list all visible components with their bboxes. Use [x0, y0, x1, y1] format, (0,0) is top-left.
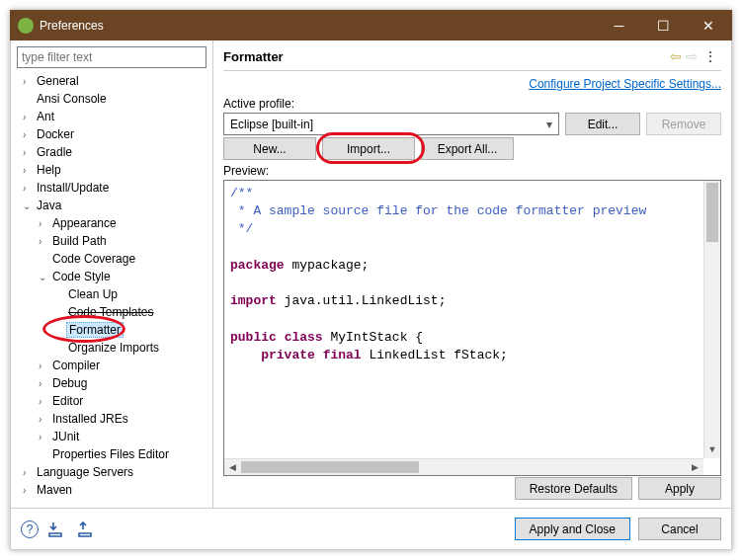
chevron-right-icon[interactable]: ›	[23, 485, 35, 496]
tree-item-label: Properties Files Editor	[50, 447, 171, 461]
tree-item-language-servers[interactable]: ›Language Servers	[19, 463, 206, 481]
code-kw: private	[261, 348, 315, 362]
code-kw: final	[323, 348, 362, 362]
content-pane: Formatter ⇦ ⇨ ⋮ Configure Project Specif…	[213, 40, 731, 508]
chevron-right-icon[interactable]: ›	[39, 218, 50, 229]
export-all-button[interactable]: Export All...	[421, 137, 514, 160]
tree-item-label: Appearance	[50, 216, 119, 230]
tree-item-debug[interactable]: ›Debug	[19, 374, 206, 392]
code-line: /**	[230, 186, 253, 200]
tree-item-label: Install/Update	[35, 181, 111, 195]
preview-pane[interactable]: /** * A sample source file for the code …	[223, 180, 721, 476]
import-prefs-icon[interactable]	[46, 519, 68, 540]
import-button[interactable]: Import...	[322, 137, 415, 160]
chevron-right-icon[interactable]: ›	[23, 183, 35, 194]
tree-item-code-templates[interactable]: Code Templates	[19, 303, 206, 321]
preference-tree[interactable]: ›GeneralAnsi Console›Ant›Docker›Gradle›H…	[17, 72, 206, 502]
code-text: mypackage;	[285, 258, 370, 273]
preferences-window: Preferences ─ ☐ ✕ ›GeneralAnsi Console›A…	[10, 10, 732, 550]
tree-item-gradle[interactable]: ›Gradle	[19, 143, 206, 161]
tree-item-junit[interactable]: ›JUnit	[19, 428, 206, 445]
code-kw: import	[230, 293, 277, 308]
configure-project-link[interactable]: Configure Project Specific Settings...	[529, 77, 721, 91]
profile-row: Eclipse [built-in] Edit... Remove	[223, 113, 721, 135]
maximize-button[interactable]: ☐	[641, 10, 686, 40]
chevron-right-icon[interactable]: ›	[23, 467, 35, 478]
content-header: Formatter ⇦ ⇨ ⋮	[223, 48, 721, 71]
tree-item-label: Editor	[50, 394, 85, 408]
export-prefs-icon[interactable]	[76, 519, 98, 540]
chevron-right-icon[interactable]: ›	[23, 112, 35, 122]
edit-button[interactable]: Edit...	[565, 113, 640, 135]
tree-item-general[interactable]: ›General	[19, 72, 206, 90]
close-button[interactable]: ✕	[686, 10, 730, 40]
hscroll-thumb[interactable]	[241, 461, 419, 473]
chevron-right-icon[interactable]: ›	[39, 360, 50, 371]
tree-item-code-coverage[interactable]: Code Coverage	[19, 250, 206, 268]
scroll-left-icon[interactable]: ◀	[224, 459, 241, 475]
tree-item-ant[interactable]: ›Ant	[19, 108, 206, 125]
filter-input[interactable]	[17, 46, 206, 68]
tree-item-label: Build Path	[50, 234, 109, 248]
tree-item-label: Formatter	[66, 322, 124, 338]
tree-item-label: Ansi Console	[35, 92, 109, 106]
new-button[interactable]: New...	[223, 137, 316, 160]
tree-item-label: Code Templates	[66, 305, 156, 319]
tree-item-code-style[interactable]: ⌄Code Style	[19, 268, 206, 285]
dialog-footer: ? Apply and Close Cancel	[11, 508, 731, 549]
chevron-right-icon[interactable]: ›	[39, 396, 50, 407]
chevron-right-icon[interactable]: ›	[39, 414, 50, 425]
tree-item-installed-jres[interactable]: ›Installed JREs	[19, 410, 206, 428]
tree-item-java[interactable]: ⌄Java	[19, 197, 206, 214]
code-text: java.util.LinkedList;	[277, 293, 447, 308]
tree-item-label: Ant	[35, 110, 56, 123]
scroll-down-icon[interactable]: ▼	[704, 441, 720, 458]
active-profile-select[interactable]: Eclipse [built-in]	[223, 113, 559, 135]
chevron-right-icon[interactable]: ›	[23, 76, 35, 87]
tree-item-clean-up[interactable]: Clean Up	[19, 285, 206, 303]
tree-item-label: Language Servers	[35, 465, 135, 479]
dialog-body: ›GeneralAnsi Console›Ant›Docker›Gradle›H…	[10, 40, 732, 550]
tree-item-docker[interactable]: ›Docker	[19, 125, 206, 143]
tree-item-appearance[interactable]: ›Appearance	[19, 214, 206, 232]
apply-button[interactable]: Apply	[638, 477, 721, 500]
code-text: LinkedList fStack;	[362, 348, 508, 362]
chevron-right-icon[interactable]: ›	[23, 165, 35, 176]
tree-item-label: Code Style	[50, 270, 113, 283]
tree-item-install-update[interactable]: ›Install/Update	[19, 179, 206, 197]
tree-item-ansi-console[interactable]: Ansi Console	[19, 90, 206, 108]
help-icon[interactable]: ?	[21, 520, 39, 538]
tree-item-organize-imports[interactable]: Organize Imports	[19, 339, 206, 357]
chevron-right-icon[interactable]: ›	[39, 432, 50, 442]
active-profile-label: Active profile:	[223, 97, 721, 111]
chevron-right-icon[interactable]: ›	[23, 129, 35, 140]
nav-back-icon[interactable]: ⇦	[668, 48, 684, 64]
tree-item-build-path[interactable]: ›Build Path	[19, 232, 206, 250]
config-link-row: Configure Project Specific Settings...	[223, 77, 721, 91]
apply-and-close-button[interactable]: Apply and Close	[515, 518, 630, 540]
page-menu-icon[interactable]: ⋮	[700, 48, 721, 64]
active-profile-value: Eclipse [built-in]	[230, 118, 313, 131]
restore-defaults-button[interactable]: Restore Defaults	[515, 477, 632, 500]
preview-hscrollbar[interactable]: ◀ ▶	[224, 458, 703, 475]
tree-item-maven[interactable]: ›Maven	[19, 481, 206, 499]
minimize-button[interactable]: ─	[597, 10, 641, 40]
chevron-right-icon[interactable]: ›	[39, 378, 50, 389]
tree-item-compiler[interactable]: ›Compiler	[19, 357, 206, 374]
preview-vscrollbar[interactable]: ▲ ▼	[703, 181, 720, 458]
tree-item-label: Clean Up	[66, 287, 120, 301]
chevron-right-icon[interactable]: ›	[23, 147, 35, 158]
chevron-down-icon[interactable]: ⌄	[39, 272, 50, 282]
vscroll-thumb[interactable]	[706, 183, 718, 242]
tree-item-label: Docker	[35, 127, 76, 141]
tree-item-editor[interactable]: ›Editor	[19, 392, 206, 410]
cancel-button[interactable]: Cancel	[638, 518, 721, 540]
tree-item-help[interactable]: ›Help	[19, 161, 206, 179]
tree-item-properties-files-editor[interactable]: Properties Files Editor	[19, 445, 206, 463]
scroll-right-icon[interactable]: ▶	[687, 459, 703, 475]
preview-wrap: /** * A sample source file for the code …	[223, 180, 721, 476]
tree-item-label: Gradle	[35, 145, 74, 159]
chevron-right-icon[interactable]: ›	[39, 236, 50, 247]
chevron-down-icon[interactable]: ⌄	[23, 200, 35, 211]
tree-item-formatter[interactable]: Formatter	[19, 321, 206, 339]
